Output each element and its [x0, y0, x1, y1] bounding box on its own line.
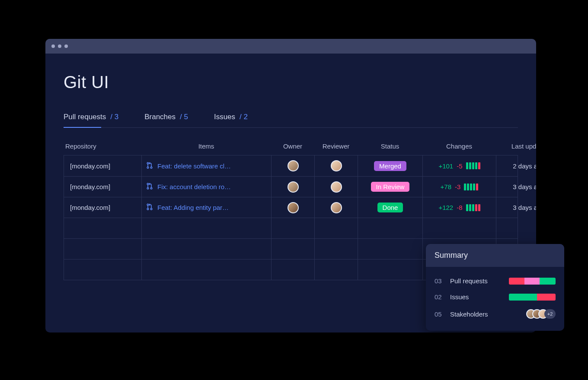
table-row-empty — [64, 218, 518, 238]
diff-bars-icon — [464, 184, 478, 190]
summary-label: Pull requests — [450, 277, 504, 285]
avatar[interactable] — [331, 160, 342, 171]
avatar[interactable] — [288, 160, 299, 171]
svg-point-6 — [147, 204, 149, 206]
cell-reviewer — [315, 155, 358, 176]
summary-bar — [509, 278, 556, 285]
svg-point-5 — [150, 187, 152, 189]
cell-item[interactable]: Fix: account deletion ro… — [142, 177, 272, 197]
table-row[interactable]: [monday.com]Feat: delete software cl…Mer… — [64, 155, 518, 176]
table-row[interactable]: [monday.com]Feat: Adding entity par…Done… — [64, 197, 518, 218]
cell-repository: [monday.com] — [64, 197, 142, 218]
status-badge: Merged — [374, 161, 406, 171]
cell-last-update: 3 days ago — [496, 177, 536, 197]
cell-owner — [272, 177, 315, 197]
cell-empty — [142, 260, 272, 280]
summary-row: 03Pull requests — [435, 273, 556, 289]
cell-last-update: 2 days ago — [496, 155, 536, 176]
cell-item[interactable]: Feat: Adding entity par… — [142, 197, 272, 218]
cell-empty — [64, 239, 142, 259]
cell-status: Merged — [358, 155, 423, 176]
avatar[interactable] — [288, 202, 299, 213]
avatar[interactable] — [331, 181, 342, 193]
tab-label: Pull requests — [64, 113, 106, 121]
cell-changes: +101-5 — [423, 155, 496, 176]
cell-repository: [monday.com] — [64, 155, 142, 176]
tab-bar: Pull requests/ 3Branches/ 5Issues/ 2 — [64, 113, 518, 128]
cell-last-update: 3 days ago — [496, 197, 536, 218]
avatar[interactable] — [288, 181, 299, 193]
tab-pull-requests[interactable]: Pull requests/ 3 — [64, 113, 118, 127]
svg-point-4 — [147, 187, 149, 189]
cell-status: In Review — [358, 177, 423, 197]
cell-owner — [272, 155, 315, 176]
item-title: Feat: delete software cl… — [157, 162, 231, 170]
cell-changes: +78-3 — [423, 177, 496, 197]
cell-owner — [272, 197, 315, 218]
window-minimize-icon[interactable] — [58, 44, 61, 48]
cell-empty — [315, 239, 358, 259]
cell-empty — [423, 218, 496, 238]
status-badge: In Review — [371, 182, 410, 192]
summary-label: Issues — [450, 293, 504, 301]
summary-body: 03Pull requests02Issues05Stakeholders+2 — [426, 267, 564, 331]
cell-empty — [315, 260, 358, 280]
svg-point-1 — [147, 167, 149, 168]
summary-label: Stakeholders — [450, 310, 521, 318]
additions: +78 — [441, 183, 451, 190]
cell-empty — [272, 218, 315, 238]
cell-empty — [64, 260, 142, 280]
column-header: Status — [358, 142, 422, 150]
column-header: Last update — [496, 142, 536, 150]
svg-point-3 — [147, 183, 149, 185]
window-maximize-icon[interactable] — [64, 44, 68, 48]
summary-row: 05Stakeholders+2 — [435, 305, 556, 323]
cell-reviewer — [315, 177, 358, 197]
svg-point-8 — [150, 208, 152, 210]
summary-row: 02Issues — [435, 289, 556, 305]
table-column-headers: RepositoryItemsOwnerReviewerStatusChange… — [64, 142, 518, 155]
summary-count: 03 — [435, 277, 445, 285]
tab-count: / 5 — [180, 113, 188, 121]
cell-empty — [64, 218, 142, 238]
cell-empty — [315, 218, 358, 238]
svg-point-2 — [150, 167, 152, 168]
deletions: -8 — [457, 204, 462, 211]
deletions: -5 — [457, 162, 462, 170]
cell-reviewer — [315, 197, 358, 218]
pull-request-icon — [146, 203, 153, 212]
tab-issues[interactable]: Issues/ 2 — [214, 113, 248, 127]
diff-bars-icon — [466, 204, 480, 211]
pull-request-icon — [146, 183, 153, 191]
cell-empty — [142, 239, 272, 259]
avatar-overflow[interactable]: +2 — [544, 309, 556, 319]
tab-label: Branches — [144, 113, 176, 121]
cell-repository: [monday.com] — [64, 177, 142, 197]
window-titlebar — [45, 39, 536, 54]
table-row[interactable]: [monday.com]Fix: account deletion ro…In … — [64, 176, 518, 197]
additions: +122 — [438, 204, 453, 211]
summary-count: 02 — [435, 293, 445, 301]
cell-empty — [496, 218, 536, 238]
item-title: Feat: Adding entity par… — [157, 204, 229, 211]
cell-item[interactable]: Feat: delete software cl… — [142, 155, 272, 176]
summary-card: Summary 03Pull requests02Issues05Stakeho… — [426, 244, 564, 331]
status-badge: Done — [377, 203, 403, 212]
summary-bar — [509, 294, 556, 301]
svg-point-0 — [147, 162, 149, 164]
avatar[interactable] — [331, 202, 342, 213]
column-header: Changes — [422, 142, 496, 150]
window-close-icon[interactable] — [51, 44, 55, 48]
column-header: Owner — [271, 142, 314, 150]
page-title: Git UI — [64, 73, 518, 92]
cell-status: Done — [358, 197, 423, 218]
cell-empty — [358, 218, 423, 238]
cell-empty — [272, 260, 315, 280]
tab-label: Issues — [214, 113, 235, 121]
summary-title: Summary — [426, 244, 564, 267]
stakeholder-avatars[interactable]: +2 — [526, 309, 556, 319]
summary-count: 05 — [435, 310, 445, 318]
svg-point-7 — [147, 208, 149, 210]
column-header: Reviewer — [314, 142, 358, 150]
tab-branches[interactable]: Branches/ 5 — [144, 113, 188, 127]
